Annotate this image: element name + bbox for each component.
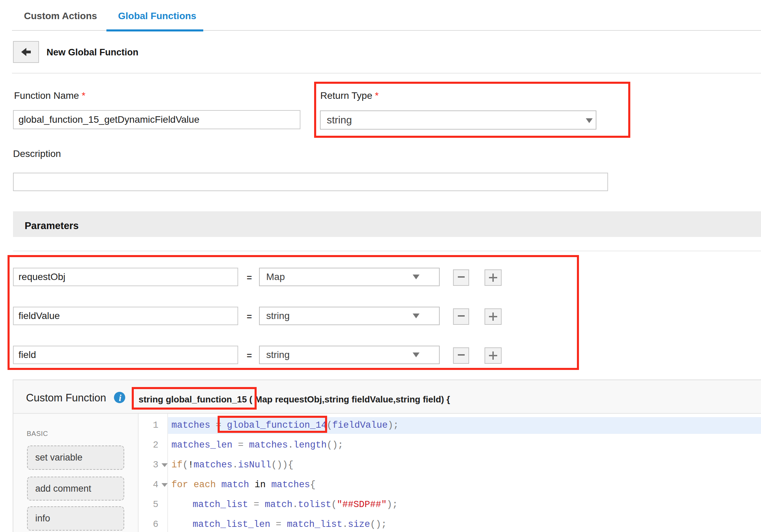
svg-text:i: i [119,393,121,403]
